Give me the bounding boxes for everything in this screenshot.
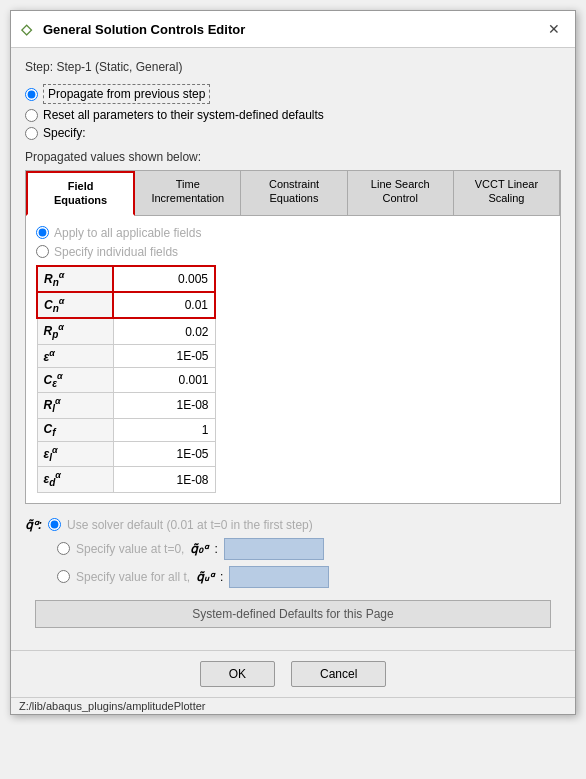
tab-content-field-equations: Apply to all applicable fields Specify i… (25, 215, 561, 504)
radio-apply-all[interactable]: Apply to all applicable fields (36, 226, 550, 240)
table-row: Cnα0.01 (37, 292, 215, 318)
radio-reset[interactable]: Reset all parameters to their system-def… (25, 108, 561, 122)
q0-symbol: q̃₀ᵅ (190, 542, 208, 556)
dialog-buttons: OK Cancel (11, 650, 575, 697)
system-defaults-container: System-defined Defaults for this Page (25, 600, 561, 628)
tab-bar: FieldEquations TimeIncrementation Constr… (25, 170, 561, 215)
dialog-content: Step: Step-1 (Static, General) Propagate… (11, 48, 575, 640)
cancel-button[interactable]: Cancel (291, 661, 386, 687)
tab-line-search-control[interactable]: Line SearchControl (348, 171, 454, 215)
step-label: Step: Step-1 (Static, General) (25, 60, 561, 74)
table-row: Cεα0.001 (37, 367, 215, 392)
radio-specify[interactable]: Specify: (25, 126, 561, 140)
titlebar-left: ◇ General Solution Controls Editor (21, 21, 245, 37)
statusbar: Z:/lib/abaqus_plugins/amplitudePlotter (11, 697, 575, 714)
ok-button[interactable]: OK (200, 661, 275, 687)
table-row: Rlα1E-08 (37, 393, 215, 418)
table-row: εdα1E-08 (37, 467, 215, 492)
radio-use-solver-default[interactable] (48, 518, 61, 531)
window-title: General Solution Controls Editor (43, 22, 245, 37)
q0-colon: : (214, 542, 217, 556)
field-table: Rnα0.005Cnα0.01Rpα0.02εα1E-05Cεα0.001Rlα… (36, 265, 216, 493)
radio-specify-t0[interactable] (57, 542, 70, 555)
radio-propagate[interactable]: Propagate from previous step (25, 84, 561, 104)
q-main-row: q̃ᵅ: Use solver default (0.01 at t=0 in … (25, 518, 561, 532)
q-t0-row: Specify value at t=0, q̃₀ᵅ : (25, 538, 561, 560)
qu-input[interactable] (229, 566, 329, 588)
table-row: εlα1E-05 (37, 441, 215, 466)
table-row: Cf1 (37, 418, 215, 441)
q-section: q̃ᵅ: Use solver default (0.01 at t=0 in … (25, 518, 561, 588)
q-main-label: q̃ᵅ: (25, 518, 42, 532)
qu-colon: : (220, 570, 223, 584)
radio-specify-all-t[interactable] (57, 570, 70, 583)
tab-constraint-equations[interactable]: ConstraintEquations (241, 171, 347, 215)
system-defaults-button[interactable]: System-defined Defaults for this Page (35, 600, 551, 628)
table-row: εα1E-05 (37, 344, 215, 367)
q-allt-row: Specify value for all t, q̃ᵤᵅ : (25, 566, 561, 588)
tab-time-incrementation[interactable]: TimeIncrementation (135, 171, 241, 215)
tab-field-equations[interactable]: FieldEquations (26, 171, 135, 216)
tab-vcct-linear-scaling[interactable]: VCCT LinearScaling (454, 171, 560, 215)
close-button[interactable]: ✕ (543, 19, 565, 39)
titlebar: ◇ General Solution Controls Editor ✕ (11, 11, 575, 48)
table-row: Rnα0.005 (37, 266, 215, 292)
qu-symbol: q̃ᵤᵅ (196, 570, 214, 584)
propagated-label: Propagated values shown below: (25, 150, 561, 164)
statusbar-text: Z:/lib/abaqus_plugins/amplitudePlotter (19, 700, 206, 712)
radio-specify-individual[interactable]: Specify individual fields (36, 245, 550, 259)
app-icon: ◇ (21, 21, 37, 37)
q0-input[interactable] (224, 538, 324, 560)
main-window: ◇ General Solution Controls Editor ✕ Ste… (10, 10, 576, 715)
table-row: Rpα0.02 (37, 318, 215, 344)
